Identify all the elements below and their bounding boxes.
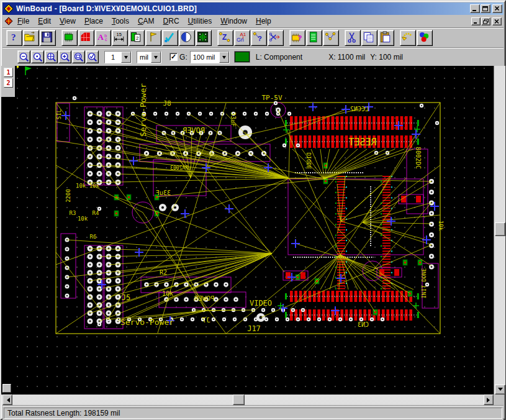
- cursor-x-coordinate: X: 1100 mil: [328, 53, 365, 62]
- menu-edit[interactable]: Edit: [34, 16, 55, 27]
- cut-button[interactable]: [345, 30, 361, 46]
- colors-button[interactable]: [417, 30, 433, 46]
- save-button[interactable]: [40, 30, 56, 46]
- annotate-button[interactable]: A1Gn: [234, 30, 250, 46]
- zoom-window-icon: [73, 52, 84, 63]
- minimize-button[interactable]: [470, 4, 480, 13]
- part-query-button[interactable]: ?: [289, 30, 305, 46]
- text-button[interactable]: Abc: [95, 30, 111, 46]
- route-button[interactable]: Z: [217, 30, 233, 46]
- menu-place[interactable]: Place: [80, 16, 107, 27]
- vertical-scrollbar-thumb[interactable]: [495, 222, 505, 236]
- menu-drc[interactable]: DRC: [159, 16, 184, 27]
- title-bar: WinBoard - [Board D:¥IVEX¥DEMO¥LCUIO1.BR…: [2, 2, 504, 15]
- bom-icon: [307, 30, 322, 45]
- close-button[interactable]: [492, 4, 502, 13]
- annotate-icon: A1Gn: [235, 30, 250, 45]
- zoom-redraw-button[interactable]: [86, 50, 99, 63]
- undo-button[interactable]: [400, 30, 416, 46]
- menu-view[interactable]: View: [55, 16, 80, 27]
- menu-cam[interactable]: CAM: [133, 16, 159, 27]
- pcb-label: VIDEO: [250, 299, 272, 308]
- mdi-restore-button[interactable]: [481, 17, 490, 25]
- horizontal-scrollbar-thumb[interactable]: [233, 395, 245, 405]
- pcb-label: J8: [163, 99, 171, 107]
- ratio-button[interactable]: [179, 30, 195, 46]
- copy-button[interactable]: [361, 30, 377, 46]
- menu-tools[interactable]: Tools: [107, 16, 133, 27]
- scroll-down-button[interactable]: [495, 385, 505, 395]
- window-title: WinBoard - [Board D:¥IVEX¥DEMO¥LCUIO1.BR…: [16, 4, 197, 13]
- zoom-level-dropdown-icon[interactable]: [121, 52, 131, 63]
- route-icon: Z: [218, 30, 233, 45]
- target-icon: [196, 30, 211, 45]
- pcb-label: Servo-Power: [120, 317, 174, 327]
- colors-icon: [417, 30, 432, 45]
- layer-1-button[interactable]: 1: [4, 68, 13, 77]
- board-canvas[interactable]: Servo-PowerJ8ROVERTP-5V33uFLCCN2RESET800…: [1, 66, 494, 395]
- layers-button[interactable]: 2: [129, 30, 145, 46]
- help-button[interactable]: ?: [6, 30, 22, 46]
- pcb-label: J7: [202, 316, 210, 324]
- verify-icon: [163, 30, 178, 45]
- pcb-label: R6: [90, 234, 97, 240]
- netlist-button[interactable]: [323, 30, 339, 46]
- grid-checkbox[interactable]: ✓: [169, 53, 178, 61]
- open-button[interactable]: [23, 30, 39, 46]
- pcb-label: 33uF: [156, 189, 171, 196]
- svg-text:Z: Z: [222, 33, 227, 42]
- zoom-window-button[interactable]: [72, 50, 85, 63]
- zoom-buttons: [17, 50, 99, 63]
- menu-file[interactable]: File: [13, 16, 34, 27]
- menu-window[interactable]: Window: [216, 16, 251, 27]
- zoom-in-button[interactable]: [58, 50, 71, 63]
- toolbar-buttons: ?Abc152ZA1Gn??: [6, 30, 433, 46]
- mdi-minimize-button[interactable]: [471, 17, 481, 25]
- maximize-icon: [482, 6, 489, 12]
- copper-pour-button[interactable]: [78, 30, 94, 46]
- zoom-center-icon: [32, 52, 43, 63]
- svg-text:Gn: Gn: [237, 36, 244, 42]
- bom-button[interactable]: [306, 30, 322, 46]
- menu-help[interactable]: Help: [251, 16, 276, 27]
- route-cut-button[interactable]: [268, 30, 284, 46]
- open-icon: [24, 30, 38, 45]
- zoom-fit-icon: [46, 52, 57, 63]
- paste-button[interactable]: [378, 30, 394, 46]
- close-icon: [494, 6, 501, 12]
- unit-dropdown-icon[interactable]: [151, 52, 161, 63]
- verify-button[interactable]: [162, 30, 178, 46]
- zoom-fit-button[interactable]: [45, 50, 58, 63]
- active-layer-label: L: Component: [256, 53, 302, 62]
- pcb-label: TP-5V: [261, 94, 282, 102]
- mdi-close-button[interactable]: [492, 17, 502, 25]
- dimension-button[interactable]: 15: [112, 30, 128, 46]
- svg-text:15: 15: [116, 31, 121, 37]
- scroll-right-button[interactable]: [484, 395, 494, 405]
- zoom-center-button[interactable]: [31, 50, 44, 63]
- scroll-left-button[interactable]: [2, 395, 12, 405]
- grid-size-dropdown-icon[interactable]: [219, 52, 229, 63]
- route-query-button[interactable]: ?: [251, 30, 267, 46]
- menu-utilities[interactable]: Utilities: [184, 16, 217, 27]
- document-icon[interactable]: [4, 17, 13, 25]
- flag-button[interactable]: [145, 30, 161, 46]
- zoom-level-select[interactable]: 1: [104, 51, 132, 63]
- component-button[interactable]: [61, 30, 78, 46]
- undo-icon: [400, 30, 415, 45]
- target-button[interactable]: [196, 30, 212, 46]
- pcb-label: LCCN2: [350, 106, 369, 112]
- text-icon: Abc: [96, 30, 111, 45]
- help-icon: ?: [7, 30, 22, 45]
- arrow-down-icon: [498, 388, 503, 393]
- zoom-out-button[interactable]: [17, 50, 30, 63]
- layer-2-button[interactable]: 2: [4, 78, 13, 88]
- grid-checkbox-label: G:: [179, 53, 187, 62]
- maximize-button[interactable]: [481, 4, 490, 13]
- horizontal-scrollbar[interactable]: [2, 395, 494, 405]
- grid-size-select[interactable]: 100 mil: [190, 51, 230, 63]
- layer-color-swatch[interactable]: [235, 52, 250, 62]
- pcb-drawing[interactable]: Servo-PowerJ8ROVERTP-5V33uFLCCN2RESET800…: [15, 66, 494, 395]
- unit-select[interactable]: mil: [137, 51, 161, 63]
- vertical-scrollbar[interactable]: [494, 66, 505, 395]
